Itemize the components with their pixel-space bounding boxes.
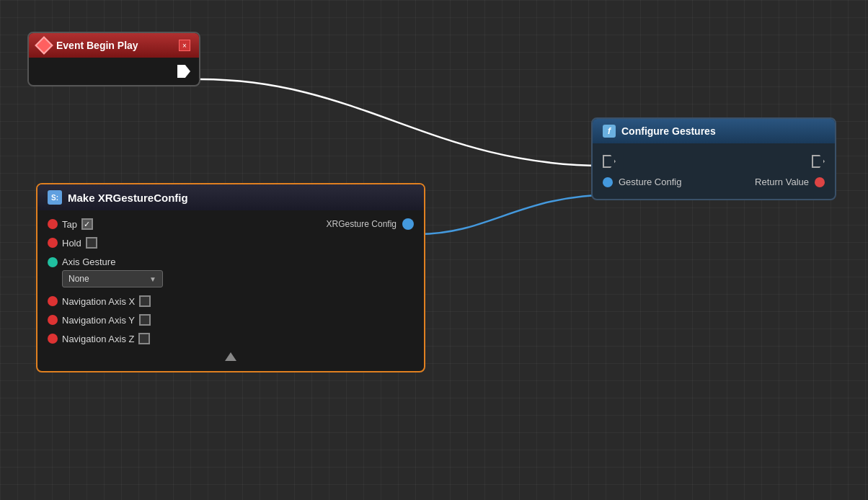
exec-output-pin[interactable]: [177, 65, 190, 78]
configure-gestures-body: Gesture Config Return Value: [593, 143, 835, 199]
xr-config-output-label: XRGesture Config: [327, 219, 397, 229]
scroll-up-arrow-icon[interactable]: [225, 352, 236, 361]
nav-z-label: Navigation Axis Z: [62, 334, 134, 344]
return-value-pin[interactable]: [815, 177, 825, 187]
tap-row: Tap XRGesture Config: [37, 215, 424, 233]
configure-exec-row: [593, 151, 835, 172]
hold-row: Hold: [37, 233, 424, 252]
return-value-right: Return Value: [755, 177, 825, 187]
gesture-config-pin[interactable]: [603, 177, 613, 187]
tap-checkbox[interactable]: [81, 218, 93, 230]
event-begin-play-title: Event Begin Play: [56, 40, 173, 51]
make-xr-body: Tap XRGesture Config Hold Axis Gesture: [37, 210, 424, 371]
event-icon: [35, 36, 53, 54]
hold-label: Hold: [62, 238, 81, 249]
make-xr-title: Make XRGestureConfig: [68, 192, 188, 204]
nav-x-pin[interactable]: [48, 296, 58, 306]
axis-gesture-value: None: [68, 274, 89, 284]
axis-gesture-dropdown[interactable]: None ▼: [62, 270, 163, 287]
axis-gesture-left: Axis Gesture: [48, 256, 414, 267]
return-value-label: Return Value: [755, 177, 809, 187]
dropdown-arrow-icon: ▼: [149, 275, 156, 283]
nav-y-label: Navigation Axis Y: [62, 315, 135, 326]
hold-pin[interactable]: [48, 238, 58, 248]
make-icon: S:: [48, 190, 62, 205]
nav-y-pin[interactable]: [48, 315, 58, 325]
configure-params-row: Gesture Config Return Value: [593, 172, 835, 192]
configure-gestures-header: f Configure Gestures: [593, 119, 835, 143]
make-xrgestureconfig-node: S: Make XRGestureConfig Tap XRGesture Co…: [36, 183, 425, 372]
scroll-arrow-area: [37, 348, 424, 364]
gesture-config-left: Gesture Config: [603, 177, 681, 187]
nav-y-checkbox[interactable]: [139, 314, 151, 326]
nav-z-left: Navigation Axis Z: [48, 333, 414, 344]
make-xr-header: S: Make XRGestureConfig: [37, 184, 424, 210]
exec-output-pin-configure[interactable]: [812, 155, 825, 168]
event-begin-play-header: Event Begin Play ×: [29, 33, 199, 58]
configure-gestures-title: Configure Gestures: [621, 125, 716, 137]
axis-gesture-dropdown-wrapper: None ▼: [48, 270, 414, 287]
nav-axis-z-row: Navigation Axis Z: [37, 329, 424, 348]
tap-label: Tap: [62, 219, 77, 230]
xr-config-right: XRGesture Config: [327, 218, 414, 230]
tap-left: Tap: [48, 218, 327, 230]
hold-left: Hold: [48, 237, 414, 249]
nav-y-left: Navigation Axis Y: [48, 314, 414, 326]
function-icon: f: [603, 125, 616, 138]
configure-gestures-node: f Configure Gestures Gesture Config Retu…: [591, 117, 836, 200]
nav-z-pin[interactable]: [48, 334, 58, 344]
close-icon: ×: [182, 42, 187, 50]
event-begin-play-node: Event Begin Play ×: [27, 32, 200, 86]
event-close-button[interactable]: ×: [179, 40, 190, 51]
nav-axis-x-row: Navigation Axis X: [37, 292, 424, 311]
nav-axis-y-row: Navigation Axis Y: [37, 311, 424, 329]
nav-x-left: Navigation Axis X: [48, 295, 414, 307]
tap-pin[interactable]: [48, 219, 58, 229]
axis-gesture-pin[interactable]: [48, 257, 58, 267]
axis-gesture-label: Axis Gesture: [62, 256, 115, 267]
event-begin-play-body: [29, 58, 199, 85]
nav-x-label: Navigation Axis X: [62, 296, 135, 307]
exec-input-pin[interactable]: [603, 155, 616, 168]
nav-z-checkbox[interactable]: [138, 333, 150, 344]
nav-x-checkbox[interactable]: [139, 295, 151, 307]
config-wire: [418, 195, 617, 234]
hold-checkbox[interactable]: [86, 237, 97, 249]
configure-exec-right: [812, 155, 825, 168]
exec-wire: [200, 79, 604, 166]
configure-exec-left: [603, 155, 616, 168]
xr-config-output-pin[interactable]: [402, 218, 414, 230]
gesture-config-label: Gesture Config: [619, 177, 681, 187]
axis-gesture-section: Axis Gesture None ▼: [37, 252, 424, 289]
